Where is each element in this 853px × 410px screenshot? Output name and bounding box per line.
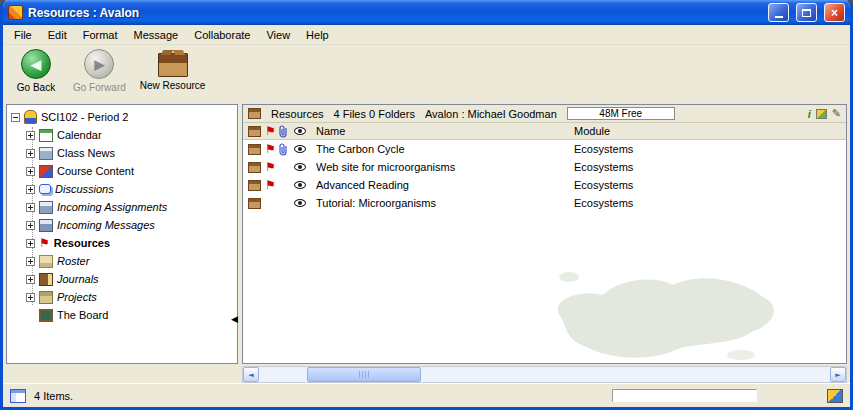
sidebar-item-the-board[interactable]: The Board	[7, 306, 237, 324]
discussions-icon	[39, 184, 51, 194]
name-column-header[interactable]: Name	[316, 125, 574, 137]
minimize-button[interactable]	[768, 3, 789, 22]
title-bar[interactable]: Resources : Avalon ×	[3, 0, 850, 25]
sidebar-item-label: Incoming Assignments	[57, 201, 167, 213]
expand-box-icon[interactable]	[26, 167, 35, 176]
new-resource-button[interactable]: New Resource	[140, 49, 206, 91]
flag-icon: ⚑	[39, 237, 50, 249]
sidebar-item-projects[interactable]: Projects	[7, 288, 237, 306]
expand-box-icon[interactable]	[26, 203, 35, 212]
expand-box-icon[interactable]	[26, 185, 35, 194]
menu-file[interactable]: File	[6, 27, 40, 43]
sidebar-item-incoming-messages[interactable]: Incoming Messages	[7, 216, 237, 234]
file-module: Ecosystems	[574, 161, 846, 173]
list-item[interactable]: ⚑ Advanced Reading Ecosystems	[243, 176, 846, 194]
classroom-icon	[24, 110, 37, 124]
expand-box-icon[interactable]	[26, 239, 35, 248]
collapse-box-icon[interactable]	[11, 113, 20, 122]
horizontal-scrollbar[interactable]: ◄ ►	[242, 366, 847, 383]
menu-format[interactable]: Format	[75, 27, 126, 43]
flag-column-icon[interactable]: ⚑	[265, 125, 276, 137]
list-item[interactable]: ⚑ Web site for microorganisms Ecosystems	[243, 158, 846, 176]
eye-icon[interactable]	[294, 181, 306, 189]
eye-column-icon[interactable]	[294, 127, 306, 135]
list-column-header[interactable]: ⚑ Name Module	[243, 123, 846, 140]
sidebar-item-class-news[interactable]: Class News	[7, 144, 237, 162]
type-column-icon[interactable]	[248, 126, 261, 137]
menu-help[interactable]: Help	[298, 27, 337, 43]
scroll-right-button[interactable]: ►	[830, 367, 846, 382]
close-button[interactable]: ×	[824, 3, 845, 22]
module-column-header[interactable]: Module	[574, 125, 846, 137]
news-icon	[39, 147, 53, 160]
scrollbar-thumb[interactable]	[307, 367, 421, 382]
go-back-button[interactable]: ◀ Go Back	[13, 49, 59, 93]
close-icon: ×	[831, 7, 838, 19]
new-resource-label: New Resource	[140, 80, 206, 91]
panel-header: Resources 4 Files 0 Folders Avalon : Mic…	[243, 105, 846, 123]
resources-panel: Resources 4 Files 0 Folders Avalon : Mic…	[242, 104, 847, 364]
flag-icon: ⚑	[265, 161, 276, 173]
attachment-column-icon[interactable]	[279, 125, 294, 138]
pencil-icon[interactable]: ✎	[832, 108, 841, 119]
go-forward-label: Go Forward	[73, 82, 126, 93]
sidebar-item-incoming-assignments[interactable]: Incoming Assignments	[7, 198, 237, 216]
scroll-left-button[interactable]: ◄	[243, 367, 259, 382]
assignments-icon	[39, 201, 53, 214]
file-module: Ecosystems	[574, 197, 846, 209]
file-module: Ecosystems	[574, 179, 846, 191]
messages-icon	[39, 219, 53, 232]
expand-box-icon[interactable]	[26, 131, 35, 140]
go-forward-button: ▶ Go Forward	[73, 49, 126, 93]
file-count: 4 Files 0 Folders	[334, 108, 415, 120]
file-name[interactable]: Tutorial: Microorganisms	[316, 197, 574, 209]
sidebar-item-roster[interactable]: Roster	[7, 252, 237, 270]
resource-box-icon	[248, 198, 261, 209]
minimize-icon	[775, 8, 783, 18]
menu-view[interactable]: View	[258, 27, 298, 43]
sidebar-item-calendar[interactable]: Calendar	[7, 126, 237, 144]
list-item[interactable]: ⚑ Tutorial: Microorganisms Ecosystems	[243, 194, 846, 212]
expand-box-icon[interactable]	[26, 293, 35, 302]
file-name[interactable]: The Carbon Cycle	[316, 143, 574, 155]
scrollbar-track[interactable]	[421, 367, 830, 382]
status-progress-box	[612, 389, 757, 402]
file-list: ⚑ The Carbon Cycle Ecosystems ⚑ Web sit	[243, 140, 846, 363]
view-mode-icon[interactable]	[10, 389, 26, 403]
free-space-indicator: 48M Free	[567, 107, 675, 120]
eye-icon[interactable]	[294, 163, 306, 171]
sidebar-root-label: SCI102 - Period 2	[41, 111, 128, 123]
stack-icon[interactable]	[816, 109, 827, 119]
info-icon[interactable]: i	[808, 108, 811, 120]
eye-icon[interactable]	[294, 199, 306, 207]
menu-edit[interactable]: Edit	[40, 27, 75, 43]
sidebar-item-resources[interactable]: ⚑ Resources	[7, 234, 237, 252]
roster-icon	[39, 255, 53, 268]
eye-icon[interactable]	[294, 145, 306, 153]
file-name[interactable]: Web site for microorganisms	[316, 161, 574, 173]
maximize-button[interactable]	[796, 3, 817, 22]
expand-box-icon[interactable]	[26, 221, 35, 230]
sidebar-item-journals[interactable]: Journals	[7, 270, 237, 288]
file-name[interactable]: Advanced Reading	[316, 179, 574, 191]
sidebar-item-course-content[interactable]: Course Content	[7, 162, 237, 180]
menu-bar: File Edit Format Message Collaborate Vie…	[3, 25, 850, 45]
list-item[interactable]: ⚑ The Carbon Cycle Ecosystems	[243, 140, 846, 158]
expand-box-icon[interactable]	[26, 275, 35, 284]
sidebar-item-root[interactable]: SCI102 - Period 2	[7, 108, 237, 126]
journals-icon	[39, 273, 53, 286]
sidebar-item-discussions[interactable]: Discussions	[7, 180, 237, 198]
sidebar-item-label: Roster	[57, 255, 89, 267]
expand-box-icon[interactable]	[26, 257, 35, 266]
connection-status-icon[interactable]	[827, 389, 843, 403]
firstclass-app-icon	[8, 5, 23, 20]
sidebar-item-label: Calendar	[57, 129, 102, 141]
menu-message[interactable]: Message	[126, 27, 187, 43]
resource-box-icon	[248, 162, 261, 173]
expand-box-icon[interactable]	[26, 149, 35, 158]
scroll-strip: ◄ ►	[3, 366, 850, 383]
menu-collaborate[interactable]: Collaborate	[186, 27, 258, 43]
toolbar: ◀ Go Back ▶ Go Forward New Resource	[3, 45, 850, 102]
splitter-collapse-icon[interactable]: ◀	[231, 314, 238, 324]
paperclip-icon	[279, 125, 288, 138]
